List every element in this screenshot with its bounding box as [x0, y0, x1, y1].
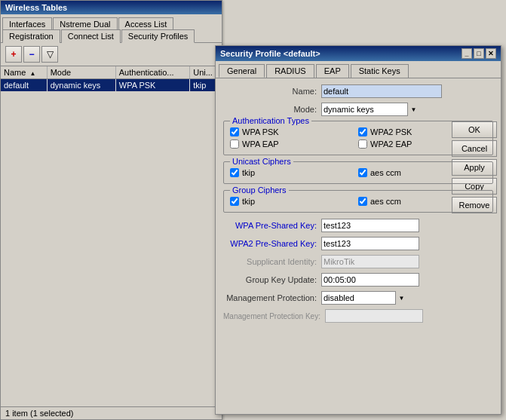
group-tkip-label: tkip	[242, 197, 255, 206]
close-button[interactable]: ✕	[486, 48, 496, 59]
wpa2-psk-label: WPA2 PSK	[370, 127, 412, 136]
profiles-table: Name ▲ Mode Authenticatio... Uni... defa…	[1, 66, 222, 91]
mgmt-protection-label: Management Protection:	[223, 293, 321, 302]
unicast-aes-checkbox[interactable]	[358, 168, 367, 177]
mgmt-protection-select[interactable]: disabled	[321, 291, 407, 305]
cell-auth: WPA PSK	[115, 79, 189, 92]
name-input[interactable]	[321, 84, 442, 98]
mgmt-protection-key-input[interactable]	[325, 309, 423, 323]
tabs-bar: Interfaces Nstreme Dual Access List Regi…	[1, 14, 222, 43]
mode-row: Mode: dynamic keys ▼	[223, 103, 493, 116]
wpa-eap-item: WPA EAP	[230, 139, 358, 149]
group-aes-item: aes ccm	[358, 197, 486, 206]
supplicant-label: Supplicant Identity:	[223, 257, 321, 266]
unicast-aes-label: aes ccm	[370, 168, 401, 177]
cell-name: default	[1, 79, 47, 92]
col-mode: Mode	[47, 66, 115, 79]
dialog-content: Name: Mode: dynamic keys ▼ Authenticatio…	[216, 78, 501, 390]
dialog-titlebar: Security Profile <default> _ □ ✕	[216, 46, 501, 61]
group-aes-label: aes ccm	[370, 197, 401, 206]
group-key-update-label: Group Key Update:	[223, 275, 321, 284]
auth-types-group: Authentication Types WPA PSK WPA2 PSK WP…	[223, 121, 493, 155]
table-row[interactable]: default dynamic keys WPA PSK tkip	[1, 79, 222, 92]
auth-types-content: WPA PSK WPA2 PSK WPA EAP WPA2 EAP	[230, 127, 486, 150]
supplicant-row: Supplicant Identity:	[223, 255, 493, 268]
wpa-eap-checkbox[interactable]	[230, 139, 239, 149]
supplicant-input[interactable]	[321, 255, 419, 268]
add-button[interactable]: +	[5, 46, 22, 63]
wpa-psk-checkbox[interactable]	[230, 127, 239, 136]
dialog-tab-eap[interactable]: EAP	[316, 64, 349, 78]
group-ciphers-group: Group Ciphers tkip aes ccm	[223, 190, 493, 213]
mgmt-protection-key-label: Management Protection Key:	[223, 312, 325, 320]
sort-arrow: ▲	[29, 70, 35, 77]
maximize-button[interactable]: □	[474, 48, 484, 59]
unicast-tkip-label: tkip	[242, 168, 255, 177]
cell-mode: dynamic keys	[47, 79, 115, 92]
toolbar: + − ▽	[1, 43, 222, 66]
status-bar: 1 item (1 selected)	[1, 406, 222, 419]
group-tkip-checkbox[interactable]	[230, 197, 239, 206]
wpa-psk-key-label: WPA Pre-Shared Key:	[223, 221, 321, 230]
tab-access-list[interactable]: Access List	[118, 17, 174, 30]
group-key-update-row: Group Key Update:	[223, 273, 493, 287]
wpa2-eap-item: WPA2 EAP	[358, 139, 486, 149]
mode-label: Mode:	[223, 105, 321, 114]
main-window: Wireless Tables Interfaces Nstreme Dual …	[0, 0, 222, 420]
mgmt-protection-select-wrap: disabled ▼	[321, 291, 407, 305]
wpa2-psk-row: WPA2 Pre-Shared Key:	[223, 237, 493, 250]
wpa-psk-label: WPA PSK	[242, 127, 279, 136]
dialog-tab-radius[interactable]: RADIUS	[266, 64, 314, 78]
table-header-row: Name ▲ Mode Authenticatio... Uni...	[1, 66, 222, 79]
main-titlebar: Wireless Tables	[1, 1, 222, 14]
wpa-psk-item: WPA PSK	[230, 127, 358, 136]
name-row: Name:	[223, 84, 493, 98]
tab-connect-list[interactable]: Connect List	[61, 29, 121, 43]
unicast-ciphers-content: tkip aes ccm	[230, 168, 486, 179]
group-tkip-item: tkip	[230, 197, 358, 206]
dialog-tabs: General RADIUS EAP Static Keys	[216, 61, 501, 78]
tab-registration[interactable]: Registration	[2, 29, 60, 43]
mgmt-protection-key-row: Management Protection Key:	[223, 309, 493, 323]
group-key-update-input[interactable]	[321, 273, 419, 287]
group-ciphers-label: Group Ciphers	[230, 185, 289, 195]
remove-button[interactable]: −	[23, 46, 40, 63]
tab-nstreme-dual[interactable]: Nstreme Dual	[53, 17, 117, 30]
mode-select-wrap: dynamic keys ▼	[321, 103, 419, 116]
dialog-tab-static-keys[interactable]: Static Keys	[351, 64, 409, 78]
wpa2-psk-item: WPA2 PSK	[358, 127, 486, 136]
wpa2-psk-input[interactable]	[321, 237, 419, 250]
unicast-tkip-checkbox[interactable]	[230, 168, 239, 177]
name-label: Name:	[223, 87, 321, 96]
group-ciphers-content: tkip aes ccm	[230, 197, 486, 207]
dialog-title: Security Profile <default>	[220, 49, 320, 58]
wpa2-psk-key-label: WPA2 Pre-Shared Key:	[223, 239, 321, 248]
group-aes-checkbox[interactable]	[358, 197, 367, 206]
tab-security-profiles[interactable]: Security Profiles	[121, 29, 195, 43]
wpa2-psk-checkbox[interactable]	[358, 127, 367, 136]
wpa2-eap-label: WPA2 EAP	[370, 139, 412, 149]
main-title: Wireless Tables	[5, 3, 67, 12]
unicast-tkip-item: tkip	[230, 168, 358, 177]
col-name: Name ▲	[1, 66, 47, 79]
wpa2-eap-checkbox[interactable]	[358, 139, 367, 149]
wpa-psk-row: WPA Pre-Shared Key:	[223, 219, 493, 232]
filter-button[interactable]: ▽	[41, 46, 58, 63]
unicast-ciphers-label: Unicast Ciphers	[230, 157, 293, 166]
dialog-title-buttons: _ □ ✕	[462, 48, 496, 59]
wpa-psk-input[interactable]	[321, 219, 419, 232]
mgmt-protection-row: Management Protection: disabled ▼	[223, 291, 493, 305]
minimize-button[interactable]: _	[462, 48, 472, 59]
tab-interfaces[interactable]: Interfaces	[2, 17, 52, 30]
mode-select[interactable]: dynamic keys	[321, 103, 419, 116]
unicast-ciphers-group: Unicast Ciphers tkip aes ccm	[223, 161, 493, 184]
unicast-aes-item: aes ccm	[358, 168, 486, 177]
dialog-tab-general[interactable]: General	[219, 64, 265, 78]
wpa-eap-label: WPA EAP	[242, 139, 279, 149]
security-profile-dialog: Security Profile <default> _ □ ✕ General…	[215, 45, 501, 415]
auth-types-label: Authentication Types	[230, 116, 311, 125]
col-auth: Authenticatio...	[115, 66, 189, 79]
